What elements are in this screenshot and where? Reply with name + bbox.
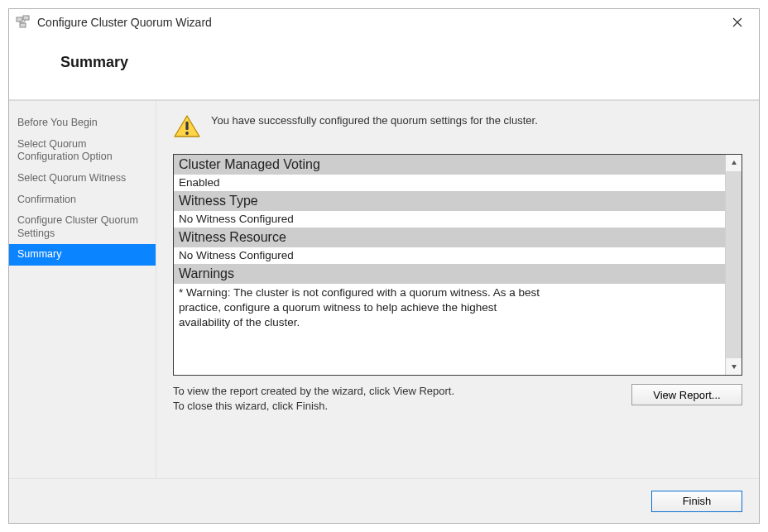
sidebar: Before You Begin Select Quorum Configura… (9, 101, 156, 478)
warning-icon (173, 114, 201, 139)
hint-line-2: To close this wizard, click Finish. (173, 400, 328, 412)
report-section-header: Warnings (174, 264, 725, 284)
hint-row: To view the report created by the wizard… (173, 376, 742, 413)
svg-line-4 (23, 20, 26, 23)
sidebar-item-summary[interactable]: Summary (9, 244, 156, 266)
scroll-down-arrow[interactable] (726, 358, 742, 375)
content-pane: You have successfully configured the quo… (156, 101, 759, 478)
view-report-button[interactable]: View Report... (631, 384, 742, 405)
sidebar-item-confirmation[interactable]: Confirmation (9, 189, 156, 211)
report-section-value: Enabled (174, 175, 725, 191)
finish-button[interactable]: Finish (651, 491, 742, 512)
hint-text: To view the report created by the wizard… (173, 384, 454, 413)
report-content: Cluster Managed Voting Enabled Witness T… (174, 155, 725, 375)
svg-rect-1 (23, 16, 29, 20)
status-message: You have successfully configured the quo… (211, 113, 538, 127)
report-section-header: Cluster Managed Voting (174, 155, 725, 175)
sidebar-item-configure-settings[interactable]: Configure Cluster Quorum Settings (9, 210, 156, 244)
sidebar-item-select-quorum-witness[interactable]: Select Quorum Witness (9, 168, 156, 189)
report-section-value: * Warning: The cluster is not configured… (174, 284, 554, 333)
scroll-track[interactable] (726, 171, 742, 358)
status-message-row: You have successfully configured the quo… (173, 113, 742, 139)
page-title: Summary (60, 54, 128, 70)
sidebar-item-before-you-begin[interactable]: Before You Begin (9, 113, 156, 134)
sidebar-item-select-quorum-config[interactable]: Select Quorum Configuration Option (9, 134, 156, 168)
report-scrollbar[interactable] (725, 155, 742, 375)
close-button[interactable] (721, 11, 754, 34)
scroll-up-arrow[interactable] (726, 155, 742, 171)
app-icon (16, 15, 31, 30)
svg-point-9 (185, 132, 189, 135)
svg-marker-10 (732, 161, 737, 165)
report-section-value: No Witness Configured (174, 211, 725, 228)
wizard-footer: Finish (9, 478, 759, 523)
hint-line-1: To view the report created by the wizard… (173, 385, 454, 397)
page-header: Summary (9, 36, 759, 100)
window-title: Configure Cluster Quorum Wizard (37, 16, 212, 29)
report-box: Cluster Managed Voting Enabled Witness T… (173, 154, 742, 376)
report-section-value: No Witness Configured (174, 247, 725, 264)
report-section-header: Witness Type (174, 191, 725, 211)
titlebar: Configure Cluster Quorum Wizard (9, 9, 759, 36)
svg-rect-8 (185, 122, 188, 130)
svg-rect-0 (17, 17, 22, 22)
wizard-window: Configure Cluster Quorum Wizard Summary … (8, 8, 760, 524)
svg-rect-2 (20, 23, 26, 27)
wizard-body: Before You Begin Select Quorum Configura… (9, 100, 759, 478)
report-section-header: Witness Resource (174, 228, 725, 247)
svg-marker-11 (732, 365, 737, 369)
